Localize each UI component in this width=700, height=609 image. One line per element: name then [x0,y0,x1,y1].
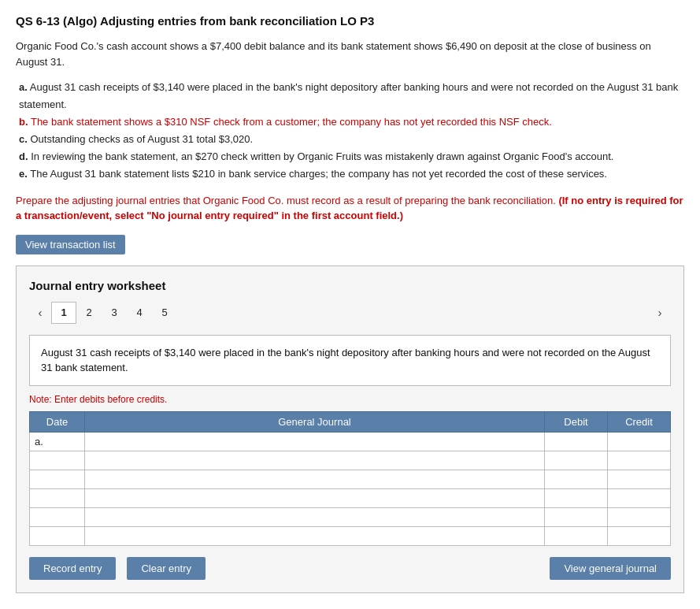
row-4-journal[interactable] [85,488,545,507]
row-2-journal[interactable] [85,451,545,470]
entry-description: August 31 cash receipts of $3,140 were p… [29,335,671,386]
row-5-credit[interactable] [608,507,671,526]
row-6-journal[interactable] [85,526,545,545]
bottom-buttons: Record entry Clear entry View general jo… [29,557,671,580]
prev-page-button[interactable]: ‹ [29,302,51,324]
page-title: QS 6-13 (Algo) Adjusting entries from ba… [16,14,684,28]
journal-entry-worksheet: Journal entry worksheet ‹ 1 2 3 4 5 › Au… [16,266,684,593]
row-6-debit-input[interactable] [545,527,607,545]
row-4-credit-input[interactable] [608,489,670,507]
row-3-credit-input[interactable] [608,470,670,488]
row-4-credit[interactable] [608,488,671,507]
col-header-journal: General Journal [85,411,545,432]
row-5-debit[interactable] [545,507,608,526]
row-2-debit-input[interactable] [545,451,607,470]
table-row-6 [30,526,671,545]
row-6-credit-input[interactable] [608,527,670,545]
row-3-date [30,470,85,488]
journal-table: Date General Journal Debit Credit a. [29,411,671,546]
row-3-journal[interactable] [85,470,545,488]
row-2-journal-input[interactable] [85,451,544,470]
row-4-debit[interactable] [545,488,608,507]
worksheet-title: Journal entry worksheet [29,279,671,292]
row-4-date [30,488,85,507]
pagination: ‹ 1 2 3 4 5 › [29,302,671,324]
row-5-journal-input[interactable] [85,508,544,526]
row-6-debit[interactable] [545,526,608,545]
row-3-journal-input[interactable] [85,470,544,488]
table-row-2 [30,451,671,470]
table-row-4 [30,488,671,507]
row-2-credit-input[interactable] [608,451,670,470]
page-2-button[interactable]: 2 [76,302,102,324]
row-5-journal[interactable] [85,507,545,526]
view-transaction-button[interactable]: View transaction list [16,235,125,254]
row-2-date [30,451,85,470]
intro-text: Organic Food Co.'s cash account shows a … [16,39,684,69]
record-entry-button[interactable]: Record entry [29,557,116,580]
item-label-d: d. [19,150,28,162]
table-row-1: a. [30,432,671,451]
col-header-date: Date [30,411,85,432]
items-list: a. August 31 cash receipts of $3,140 wer… [16,79,684,184]
row-2-debit[interactable] [545,451,608,470]
item-label-b: b. [19,116,28,128]
item-label-e: e. [19,168,28,180]
table-row-3 [30,470,671,488]
row-6-date [30,526,85,545]
row-2-credit[interactable] [608,451,671,470]
page-5-button[interactable]: 5 [152,302,177,324]
row-1-credit-input[interactable] [608,433,670,451]
row-4-debit-input[interactable] [545,489,607,507]
row-3-debit-input[interactable] [545,470,607,488]
row-1-debit-input[interactable] [545,433,607,451]
item-text-e: The August 31 bank statement lists $210 … [30,168,607,180]
table-row-5 [30,507,671,526]
row-1-journal-input[interactable] [85,433,544,451]
item-text-a: August 31 cash receipts of $3,140 were p… [19,81,678,110]
note-text: Note: Enter debits before credits. [29,394,671,405]
row-1-date: a. [30,432,85,451]
item-text-b: The bank statement shows a $310 NSF chec… [31,116,552,128]
row-1-credit[interactable] [608,432,671,451]
item-text-c: Outstanding checks as of August 31 total… [30,133,253,145]
row-6-credit[interactable] [608,526,671,545]
prepare-instructions: Prepare the adjusting journal entries th… [16,193,684,224]
col-header-credit: Credit [608,411,671,432]
list-item-b: b. The bank statement shows a $310 NSF c… [19,113,684,131]
col-header-debit: Debit [545,411,608,432]
row-1-journal[interactable] [85,432,545,451]
view-general-journal-button[interactable]: View general journal [550,557,671,580]
row-5-date [30,507,85,526]
prepare-normal: Prepare the adjusting journal entries th… [16,195,556,206]
page-3-button[interactable]: 3 [102,302,127,324]
item-label-c: c. [19,133,28,145]
next-page-button[interactable]: › [649,302,671,324]
page-1-button[interactable]: 1 [51,302,76,324]
row-3-credit[interactable] [608,470,671,488]
row-4-journal-input[interactable] [85,489,544,507]
item-label-a: a. [19,81,28,93]
list-item-e: e. The August 31 bank statement lists $2… [19,165,684,183]
item-text-d: In reviewing the bank statement, an $270… [31,150,613,162]
row-5-debit-input[interactable] [545,508,607,526]
row-6-journal-input[interactable] [85,527,544,545]
clear-entry-button[interactable]: Clear entry [127,557,206,580]
list-item-a: a. August 31 cash receipts of $3,140 wer… [19,79,684,113]
row-3-debit[interactable] [545,470,608,488]
page-4-button[interactable]: 4 [127,302,152,324]
row-1-debit[interactable] [545,432,608,451]
row-5-credit-input[interactable] [608,508,670,526]
list-item-d: d. In reviewing the bank statement, an $… [19,148,684,165]
list-item-c: c. Outstanding checks as of August 31 to… [19,131,684,148]
